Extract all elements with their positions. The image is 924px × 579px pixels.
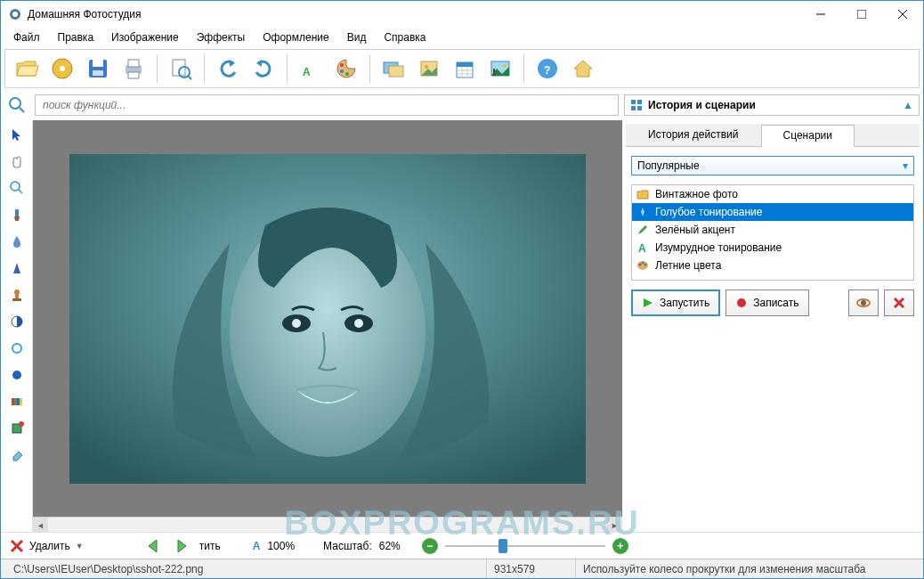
svg-point-19 bbox=[340, 69, 344, 73]
svg-line-16 bbox=[188, 76, 191, 79]
run-button[interactable]: Запустить bbox=[631, 290, 720, 316]
delete-button[interactable]: Удалить ▼ bbox=[10, 539, 84, 553]
search-input[interactable] bbox=[35, 94, 619, 116]
tab-scenarios[interactable]: Сценарии bbox=[761, 125, 855, 147]
settings-button[interactable] bbox=[848, 290, 879, 316]
svg-rect-37 bbox=[631, 100, 636, 104]
menu-view[interactable]: Вид bbox=[338, 29, 376, 46]
scenario-actions: Запустить Записать bbox=[631, 290, 914, 316]
svg-point-32 bbox=[503, 64, 507, 68]
stamp-tool-icon[interactable] bbox=[4, 284, 29, 306]
scale-label: Масштаб: bbox=[323, 540, 372, 552]
status-path: C:\Users\IEUser\Desktop\sshot-222.png bbox=[6, 559, 487, 578]
close-button[interactable] bbox=[882, 1, 923, 28]
zoom-slider[interactable] bbox=[445, 537, 605, 555]
save-icon[interactable] bbox=[82, 53, 114, 85]
canvas-image bbox=[69, 154, 586, 484]
svg-point-1 bbox=[12, 12, 18, 17]
gradient-tool-icon[interactable] bbox=[4, 391, 29, 412]
open-icon[interactable] bbox=[11, 53, 43, 85]
svg-rect-26 bbox=[457, 62, 473, 67]
svg-point-60 bbox=[292, 319, 301, 328]
svg-rect-40 bbox=[637, 106, 642, 110]
hand-tool-icon[interactable] bbox=[4, 151, 29, 172]
scenario-label: Изумрудное тонирование bbox=[655, 241, 782, 254]
tabs: История действий Сценарии bbox=[626, 124, 920, 147]
undo-icon[interactable] bbox=[212, 53, 244, 85]
images-icon[interactable] bbox=[377, 53, 409, 85]
scenario-item-blue-toning[interactable]: Голубое тонирование bbox=[632, 203, 913, 221]
svg-point-67 bbox=[737, 298, 746, 307]
scenario-category-dropdown[interactable]: Популярные ▾ bbox=[631, 156, 914, 175]
menu-file[interactable]: Файл bbox=[4, 29, 49, 46]
menu-effects[interactable]: Эффекты bbox=[188, 29, 255, 46]
preview-icon[interactable] bbox=[165, 53, 197, 85]
delete-scenario-button[interactable] bbox=[884, 290, 914, 316]
redo-icon[interactable] bbox=[247, 53, 280, 85]
svg-rect-22 bbox=[389, 66, 403, 77]
zoom-tool-icon[interactable] bbox=[4, 177, 29, 199]
record-button[interactable]: Записать bbox=[725, 290, 808, 316]
zoom-in-button[interactable]: + bbox=[612, 538, 628, 554]
status-dimensions: 931x579 bbox=[487, 559, 576, 578]
scenario-item-summer-colors[interactable]: Летние цвета bbox=[632, 257, 913, 274]
statusbar: C:\Users\IEUser\Desktop\sshot-222.png 93… bbox=[1, 559, 923, 578]
eraser-tool-icon[interactable] bbox=[4, 444, 29, 466]
palette-small-icon bbox=[636, 258, 650, 273]
scenario-item-green-accent[interactable]: Зелёный акцент bbox=[632, 221, 913, 239]
zoom-100-label[interactable]: 100% bbox=[267, 540, 295, 552]
menu-image[interactable]: Изображение bbox=[102, 29, 188, 46]
sharpen-tool-icon[interactable] bbox=[4, 257, 29, 279]
palette-icon[interactable] bbox=[330, 53, 362, 85]
cd-icon[interactable] bbox=[46, 53, 78, 85]
scenario-item-vintage[interactable]: Винтажное фото bbox=[632, 185, 913, 203]
svg-rect-38 bbox=[637, 100, 642, 104]
svg-text:A: A bbox=[303, 66, 311, 78]
svg-point-48 bbox=[12, 344, 21, 353]
maximize-button[interactable] bbox=[841, 1, 882, 28]
minimize-button[interactable] bbox=[800, 1, 841, 28]
help-icon[interactable]: ? bbox=[531, 53, 563, 85]
menu-design[interactable]: Оформление bbox=[254, 29, 337, 46]
landscape-icon[interactable] bbox=[484, 53, 516, 85]
right-pane-header: История и сценарии ▲ bbox=[624, 94, 920, 116]
print-icon[interactable] bbox=[118, 53, 150, 85]
right-pane-title: История и сценарии bbox=[648, 99, 897, 111]
svg-point-55 bbox=[19, 421, 24, 427]
horizontal-scrollbar[interactable]: ◄► bbox=[33, 517, 622, 532]
crop-tool-icon[interactable] bbox=[4, 418, 29, 439]
calendar-icon[interactable] bbox=[449, 53, 481, 85]
image-single-icon[interactable] bbox=[413, 53, 445, 85]
cursor-tool-icon[interactable] bbox=[4, 124, 29, 145]
run-label: Запустить bbox=[660, 297, 709, 309]
svg-rect-50 bbox=[12, 398, 14, 405]
tool-palette bbox=[1, 120, 33, 532]
scenario-list[interactable]: Винтажное фото Голубое тонирование Зелён… bbox=[631, 184, 914, 281]
svg-rect-13 bbox=[128, 72, 139, 78]
svg-rect-10 bbox=[93, 70, 103, 76]
home-icon[interactable] bbox=[567, 53, 599, 85]
menu-help[interactable]: Справка bbox=[375, 29, 434, 46]
next-image-button[interactable] bbox=[171, 535, 192, 557]
grid-icon bbox=[630, 99, 643, 111]
canvas-area[interactable] bbox=[33, 120, 622, 517]
contrast-tool-icon[interactable] bbox=[4, 311, 29, 332]
zoom-out-button[interactable]: − bbox=[422, 538, 438, 554]
svg-rect-45 bbox=[15, 294, 19, 298]
bottom-bar: Удалить ▼ тить A 100% Масштаб: 62% − + bbox=[1, 532, 923, 559]
menu-edit[interactable]: Правка bbox=[49, 29, 103, 46]
scenario-item-emerald-toning[interactable]: A Изумрудное тонирование bbox=[632, 239, 913, 257]
collapse-arrow-icon[interactable]: ▲ bbox=[903, 99, 913, 111]
tab-history[interactable]: История действий bbox=[626, 124, 761, 146]
delete-x-icon bbox=[10, 539, 24, 553]
zoom-thumb[interactable] bbox=[498, 539, 507, 553]
chevron-down-icon: ▾ bbox=[903, 159, 908, 172]
brush-tool-icon[interactable] bbox=[4, 204, 29, 225]
prev-image-button[interactable] bbox=[142, 535, 164, 557]
dodge-tool-icon[interactable] bbox=[4, 338, 29, 359]
drop-tool-icon[interactable] bbox=[4, 231, 29, 252]
text-icon[interactable]: A bbox=[295, 53, 327, 85]
svg-point-65 bbox=[642, 262, 644, 265]
burn-tool-icon[interactable] bbox=[4, 364, 29, 386]
text-a-icon: A bbox=[253, 540, 261, 552]
